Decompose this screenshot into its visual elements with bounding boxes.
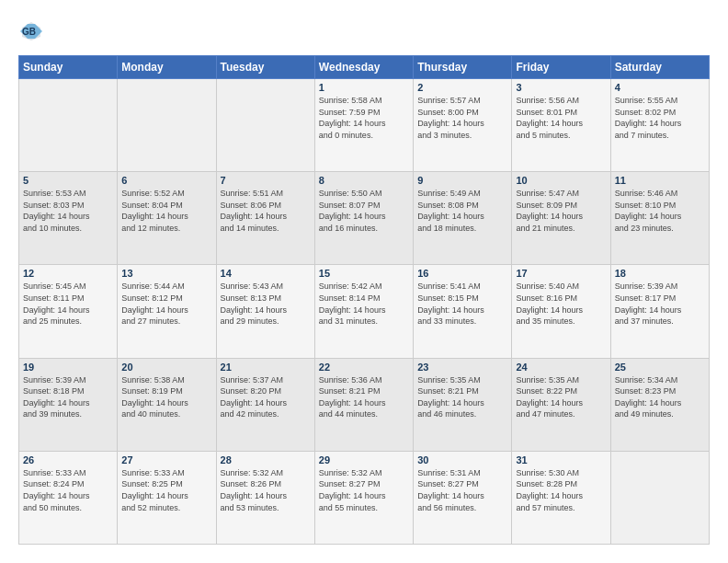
calendar-cell: 10Sunrise: 5:47 AM Sunset: 8:09 PM Dayli… [512, 172, 610, 265]
day-info: Sunrise: 5:46 AM Sunset: 8:10 PM Dayligh… [615, 188, 705, 234]
day-info: Sunrise: 5:55 AM Sunset: 8:02 PM Dayligh… [615, 95, 705, 141]
day-number: 26 [23, 454, 113, 465]
day-info: Sunrise: 5:53 AM Sunset: 8:03 PM Dayligh… [23, 188, 113, 234]
day-info: Sunrise: 5:36 AM Sunset: 8:21 PM Dayligh… [319, 374, 409, 420]
day-info: Sunrise: 5:40 AM Sunset: 8:16 PM Dayligh… [516, 281, 606, 327]
day-info: Sunrise: 5:34 AM Sunset: 8:23 PM Dayligh… [615, 374, 705, 420]
day-number: 6 [121, 175, 211, 186]
day-info: Sunrise: 5:42 AM Sunset: 8:14 PM Dayligh… [319, 281, 409, 327]
day-number: 2 [417, 82, 507, 93]
day-number: 31 [516, 454, 606, 465]
weekday-header-saturday: Saturday [610, 56, 709, 79]
day-info: Sunrise: 5:49 AM Sunset: 8:08 PM Dayligh… [417, 188, 507, 234]
calendar-cell: 26Sunrise: 5:33 AM Sunset: 8:24 PM Dayli… [19, 451, 118, 544]
day-info: Sunrise: 5:43 AM Sunset: 8:13 PM Dayligh… [221, 281, 311, 327]
header: GB [18, 18, 710, 44]
day-number: 4 [615, 82, 705, 93]
calendar-cell: 13Sunrise: 5:44 AM Sunset: 8:12 PM Dayli… [118, 265, 216, 358]
day-info: Sunrise: 5:52 AM Sunset: 8:04 PM Dayligh… [121, 188, 211, 234]
calendar-week-5: 26Sunrise: 5:33 AM Sunset: 8:24 PM Dayli… [19, 451, 710, 544]
calendar-cell: 11Sunrise: 5:46 AM Sunset: 8:10 PM Dayli… [610, 172, 709, 265]
day-info: Sunrise: 5:57 AM Sunset: 8:00 PM Dayligh… [417, 95, 507, 141]
calendar-cell [19, 79, 118, 172]
calendar-cell: 17Sunrise: 5:40 AM Sunset: 8:16 PM Dayli… [512, 265, 610, 358]
day-number: 8 [319, 175, 409, 186]
day-info: Sunrise: 5:37 AM Sunset: 8:20 PM Dayligh… [221, 374, 311, 420]
calendar-cell: 25Sunrise: 5:34 AM Sunset: 8:23 PM Dayli… [610, 358, 709, 451]
day-info: Sunrise: 5:33 AM Sunset: 8:25 PM Dayligh… [121, 467, 211, 513]
calendar-cell: 27Sunrise: 5:33 AM Sunset: 8:25 PM Dayli… [118, 451, 216, 544]
weekday-header-thursday: Thursday [414, 56, 512, 79]
day-number: 16 [417, 268, 507, 279]
calendar-cell: 8Sunrise: 5:50 AM Sunset: 8:07 PM Daylig… [314, 172, 413, 265]
day-info: Sunrise: 5:45 AM Sunset: 8:11 PM Dayligh… [23, 281, 113, 327]
day-info: Sunrise: 5:38 AM Sunset: 8:19 PM Dayligh… [121, 374, 211, 420]
weekday-header-wednesday: Wednesday [314, 56, 413, 79]
calendar-cell: 14Sunrise: 5:43 AM Sunset: 8:13 PM Dayli… [216, 265, 314, 358]
calendar-cell: 12Sunrise: 5:45 AM Sunset: 8:11 PM Dayli… [19, 265, 118, 358]
day-number: 7 [221, 175, 311, 186]
day-info: Sunrise: 5:41 AM Sunset: 8:15 PM Dayligh… [417, 281, 507, 327]
day-info: Sunrise: 5:35 AM Sunset: 8:22 PM Dayligh… [516, 374, 606, 420]
day-number: 30 [417, 454, 507, 465]
calendar-header: SundayMondayTuesdayWednesdayThursdayFrid… [19, 56, 710, 79]
day-info: Sunrise: 5:32 AM Sunset: 8:26 PM Dayligh… [221, 467, 311, 513]
calendar-cell: 28Sunrise: 5:32 AM Sunset: 8:26 PM Dayli… [216, 451, 314, 544]
calendar-cell: 30Sunrise: 5:31 AM Sunset: 8:27 PM Dayli… [414, 451, 512, 544]
day-info: Sunrise: 5:50 AM Sunset: 8:07 PM Dayligh… [319, 188, 409, 234]
day-info: Sunrise: 5:30 AM Sunset: 8:28 PM Dayligh… [516, 467, 606, 513]
day-info: Sunrise: 5:44 AM Sunset: 8:12 PM Dayligh… [121, 281, 211, 327]
day-number: 21 [221, 362, 311, 373]
day-number: 13 [121, 268, 211, 279]
calendar-week-3: 12Sunrise: 5:45 AM Sunset: 8:11 PM Dayli… [19, 265, 710, 358]
calendar-cell: 9Sunrise: 5:49 AM Sunset: 8:08 PM Daylig… [414, 172, 512, 265]
calendar-cell: 31Sunrise: 5:30 AM Sunset: 8:28 PM Dayli… [512, 451, 610, 544]
calendar-cell: 24Sunrise: 5:35 AM Sunset: 8:22 PM Dayli… [512, 358, 610, 451]
day-number: 22 [319, 362, 409, 373]
day-number: 10 [516, 175, 606, 186]
weekday-header-sunday: Sunday [19, 56, 118, 79]
calendar-cell: 20Sunrise: 5:38 AM Sunset: 8:19 PM Dayli… [118, 358, 216, 451]
weekday-header-tuesday: Tuesday [216, 56, 314, 79]
calendar-cell: 5Sunrise: 5:53 AM Sunset: 8:03 PM Daylig… [19, 172, 118, 265]
day-info: Sunrise: 5:33 AM Sunset: 8:24 PM Dayligh… [23, 467, 113, 513]
day-info: Sunrise: 5:39 AM Sunset: 8:17 PM Dayligh… [615, 281, 705, 327]
day-number: 11 [615, 175, 705, 186]
day-info: Sunrise: 5:47 AM Sunset: 8:09 PM Dayligh… [516, 188, 606, 234]
calendar-cell: 4Sunrise: 5:55 AM Sunset: 8:02 PM Daylig… [610, 79, 709, 172]
day-number: 12 [23, 268, 113, 279]
day-number: 19 [23, 362, 113, 373]
weekday-header-friday: Friday [512, 56, 610, 79]
calendar-cell: 2Sunrise: 5:57 AM Sunset: 8:00 PM Daylig… [414, 79, 512, 172]
day-number: 3 [516, 82, 606, 93]
day-info: Sunrise: 5:39 AM Sunset: 8:18 PM Dayligh… [23, 374, 113, 420]
calendar-cell [610, 451, 709, 544]
calendar-cell [118, 79, 216, 172]
day-number: 14 [221, 268, 311, 279]
calendar-cell: 7Sunrise: 5:51 AM Sunset: 8:06 PM Daylig… [216, 172, 314, 265]
day-info: Sunrise: 5:51 AM Sunset: 8:06 PM Dayligh… [221, 188, 311, 234]
calendar-week-2: 5Sunrise: 5:53 AM Sunset: 8:03 PM Daylig… [19, 172, 710, 265]
day-number: 24 [516, 362, 606, 373]
day-info: Sunrise: 5:58 AM Sunset: 7:59 PM Dayligh… [319, 95, 409, 141]
calendar-cell: 1Sunrise: 5:58 AM Sunset: 7:59 PM Daylig… [314, 79, 413, 172]
day-number: 9 [417, 175, 507, 186]
day-number: 18 [615, 268, 705, 279]
day-info: Sunrise: 5:35 AM Sunset: 8:21 PM Dayligh… [417, 374, 507, 420]
day-info: Sunrise: 5:56 AM Sunset: 8:01 PM Dayligh… [516, 95, 606, 141]
day-info: Sunrise: 5:31 AM Sunset: 8:27 PM Dayligh… [417, 467, 507, 513]
calendar-cell: 15Sunrise: 5:42 AM Sunset: 8:14 PM Dayli… [314, 265, 413, 358]
calendar-cell: 3Sunrise: 5:56 AM Sunset: 8:01 PM Daylig… [512, 79, 610, 172]
calendar-cell: 21Sunrise: 5:37 AM Sunset: 8:20 PM Dayli… [216, 358, 314, 451]
day-number: 23 [417, 362, 507, 373]
day-number: 15 [319, 268, 409, 279]
weekday-header-monday: Monday [118, 56, 216, 79]
day-number: 25 [615, 362, 705, 373]
day-number: 17 [516, 268, 606, 279]
calendar-cell: 29Sunrise: 5:32 AM Sunset: 8:27 PM Dayli… [314, 451, 413, 544]
calendar-body: 1Sunrise: 5:58 AM Sunset: 7:59 PM Daylig… [19, 79, 710, 545]
calendar-table: SundayMondayTuesdayWednesdayThursdayFrid… [18, 55, 710, 545]
weekday-header-row: SundayMondayTuesdayWednesdayThursdayFrid… [19, 56, 710, 79]
calendar-cell: 19Sunrise: 5:39 AM Sunset: 8:18 PM Dayli… [19, 358, 118, 451]
day-info: Sunrise: 5:32 AM Sunset: 8:27 PM Dayligh… [319, 467, 409, 513]
